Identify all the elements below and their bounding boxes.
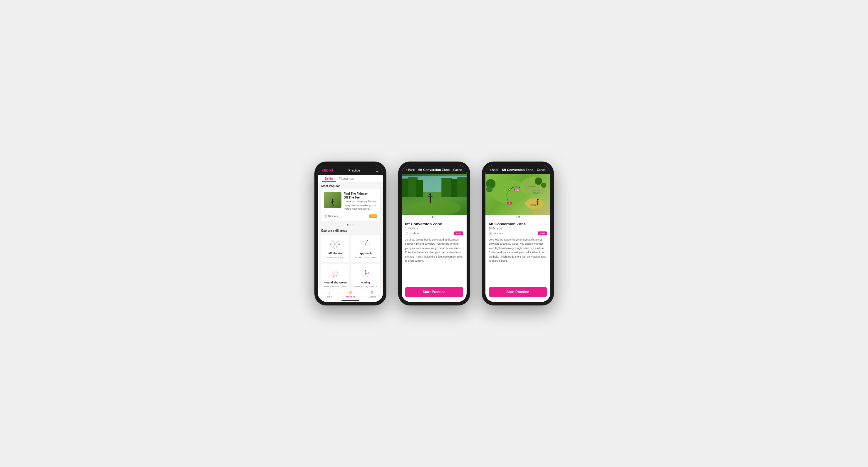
putting-desc: Make and lag practice bbox=[354, 285, 377, 288]
dot-2 bbox=[350, 224, 351, 226]
phone1-content: Most Popular ☆ bbox=[318, 182, 383, 288]
back-button-3[interactable]: < Back bbox=[490, 168, 499, 171]
explore-label: Explore skill areas bbox=[318, 227, 383, 234]
start-practice-button-3[interactable]: Start Practice bbox=[489, 287, 547, 297]
putting-icon-area bbox=[358, 267, 373, 280]
drill-shots: 🕐 10 shots bbox=[324, 215, 338, 218]
golf-photo bbox=[402, 174, 467, 215]
image-dots-2 bbox=[402, 215, 467, 219]
svg-line-5 bbox=[333, 203, 334, 206]
bottom-nav: ⌂ Home ⚡ Activities ⊕ Capture bbox=[318, 288, 383, 299]
carousel-dots bbox=[318, 223, 383, 227]
detail-title-2: 6ft Conversion Zone bbox=[405, 222, 442, 226]
phone-2-screen: < Back 6ft Conversion Zone Cancel bbox=[402, 165, 467, 302]
golf-scene-svg bbox=[402, 174, 467, 215]
capture-label: Capture bbox=[368, 296, 376, 298]
svg-point-61 bbox=[486, 186, 493, 192]
svg-line-7 bbox=[332, 240, 335, 244]
phone-3: < Back 6ft Conversion Zone Cancel bbox=[482, 162, 554, 305]
svg-line-4 bbox=[332, 203, 333, 206]
tab-favourites[interactable]: Favourites bbox=[336, 175, 357, 182]
svg-text:FAIRWAY: FAIRWAY bbox=[528, 186, 536, 188]
svg-point-63 bbox=[541, 182, 546, 188]
nav-home[interactable]: ⌂ Home bbox=[318, 290, 340, 298]
back-button[interactable]: < Back bbox=[406, 168, 415, 171]
fav-icon[interactable]: ☆ bbox=[375, 191, 378, 195]
skill-card-atg[interactable]: Around The Green Hone your short game bbox=[321, 264, 350, 288]
phone1-header: clippd Practice ☰ bbox=[318, 165, 383, 175]
img-dot-3-1 bbox=[516, 216, 517, 218]
approach-desc: Dial-in to hit the green bbox=[354, 256, 377, 259]
golf-map-svg: FAIRWAY ROUGH Hit Miss bbox=[486, 174, 550, 215]
tabs-bar: Drills Favourites bbox=[318, 175, 383, 182]
dot-3 bbox=[352, 224, 354, 226]
tab-drills[interactable]: Drills bbox=[322, 175, 336, 182]
svg-rect-76 bbox=[538, 203, 538, 205]
drill-meta: 🕐 10 shots OTT bbox=[324, 213, 377, 218]
menu-icon[interactable]: ☰ bbox=[375, 168, 379, 172]
cancel-button[interactable]: Cancel bbox=[453, 168, 462, 171]
phone-1-screen: clippd Practice ☰ Drills Favourites Most… bbox=[318, 165, 383, 302]
skill-card-approach[interactable]: Approach Dial-in to hit the green bbox=[351, 235, 380, 262]
phone-2: < Back 6ft Conversion Zone Cancel bbox=[398, 162, 470, 305]
svg-point-19 bbox=[335, 248, 336, 249]
svg-point-31 bbox=[336, 275, 337, 276]
phone-3-screen: < Back 6ft Conversion Zone Cancel bbox=[486, 165, 550, 302]
svg-rect-50 bbox=[457, 177, 467, 197]
golfer-figure bbox=[330, 199, 335, 207]
golf-map: FAIRWAY ROUGH Hit Miss bbox=[486, 174, 550, 215]
phone3-header: < Back 6ft Conversion Zone Cancel bbox=[486, 165, 550, 174]
activities-label: Activities bbox=[346, 296, 355, 298]
drill-thumb-image bbox=[324, 192, 341, 208]
detail-desc-2: 20 shots are randomly generated at dista… bbox=[405, 238, 463, 263]
svg-point-33 bbox=[337, 272, 338, 273]
phone-1: clippd Practice ☰ Drills Favourites Most… bbox=[314, 162, 386, 305]
detail-meta-2: 🕐 20 shots ARG bbox=[405, 231, 463, 235]
svg-text:SAND: SAND bbox=[530, 204, 536, 206]
clock-icon-3: 🕐 bbox=[489, 232, 492, 235]
home-icon: ⌂ bbox=[327, 290, 330, 295]
ott-icon bbox=[329, 238, 341, 250]
home-bar-2 bbox=[425, 300, 443, 301]
drill-title: Find The Fairway bbox=[344, 192, 377, 196]
cancel-button-3[interactable]: Cancel bbox=[537, 168, 546, 171]
fav-icon-3[interactable]: ☆ bbox=[543, 222, 547, 227]
nav-activities[interactable]: ⚡ Activities bbox=[339, 290, 361, 298]
start-practice-button-2[interactable]: Start Practice bbox=[405, 287, 463, 297]
screen-title-3: 6ft Conversion Zone bbox=[502, 168, 533, 171]
detail-desc-3: 20 shots are randomly generated at dista… bbox=[489, 238, 547, 263]
most-popular-label: Most Popular bbox=[318, 182, 383, 189]
ott-desc: Power accuracy bbox=[327, 256, 343, 259]
skill-card-ott[interactable]: Off The Tee Power accuracy bbox=[321, 235, 350, 262]
svg-text:ROUGH: ROUGH bbox=[533, 192, 540, 194]
svg-rect-75 bbox=[537, 203, 538, 205]
drill-info: Find The Fairway Off The Tee Create an i… bbox=[344, 192, 377, 211]
svg-text:Hit: Hit bbox=[508, 202, 510, 204]
svg-rect-48 bbox=[441, 178, 452, 197]
nav-capture[interactable]: ⊕ Capture bbox=[361, 290, 383, 298]
detail-meta-3: 🕐 20 shots ARG bbox=[489, 231, 547, 235]
drill-detail-3: 6ft Conversion Zone 10-50 yds ☆ 🕐 20 sho… bbox=[486, 219, 550, 285]
putting-icon bbox=[359, 268, 372, 279]
detail-range-3: 10-50 yds bbox=[489, 227, 526, 230]
skill-card-putting[interactable]: Putting Make and lag practice bbox=[351, 264, 380, 288]
screen-title: 6ft Conversion Zone bbox=[418, 168, 450, 171]
ott-badge: OTT bbox=[369, 214, 377, 218]
img-dot-2 bbox=[435, 216, 436, 218]
detail-shots-2: 🕐 20 shots bbox=[405, 232, 419, 235]
approach-icon bbox=[359, 238, 372, 250]
svg-rect-74 bbox=[536, 201, 539, 201]
skill-grid: Off The Tee Power accuracy bbox=[318, 234, 383, 288]
putting-name: Putting bbox=[361, 281, 370, 284]
drill-detail-2: 6ft Conversion Zone 10-50 yds ☆ 🕐 20 sho… bbox=[402, 219, 467, 285]
drill-thumbnail bbox=[324, 192, 341, 208]
svg-rect-46 bbox=[408, 177, 417, 197]
featured-drill-card[interactable]: ☆ bbox=[321, 189, 380, 221]
fav-icon-2[interactable]: ☆ bbox=[459, 222, 463, 227]
svg-point-51 bbox=[407, 200, 460, 215]
svg-point-24 bbox=[367, 240, 368, 241]
detail-shots-3: 🕐 20 shots bbox=[489, 232, 503, 235]
phone2-header: < Back 6ft Conversion Zone Cancel bbox=[402, 165, 467, 174]
svg-point-0 bbox=[332, 199, 333, 200]
approach-name: Approach bbox=[360, 252, 372, 255]
